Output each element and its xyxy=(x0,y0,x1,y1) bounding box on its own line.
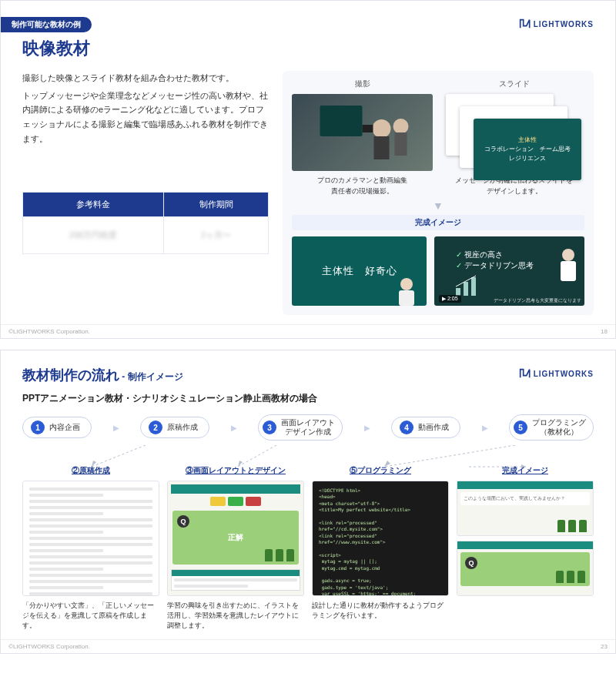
slide-title: 教材制作の流れ - 制作イメージ xyxy=(22,366,594,384)
flow-step-2: 2原稿作成 xyxy=(140,417,209,438)
flow-step-1: 1内容企画 xyxy=(22,417,92,438)
label-shooting: 撮影 xyxy=(292,79,433,89)
svg-rect-0 xyxy=(320,106,363,136)
brand-logo: LIGHTWORKS xyxy=(518,367,594,380)
detail-title-4: 完成イメージ xyxy=(457,465,594,476)
price-table: 参考料金 制作期間 200万円程度 2ヶ月〜 xyxy=(22,192,269,254)
q-badge-icon: Q xyxy=(465,557,477,569)
person-icon xyxy=(391,275,422,306)
flow-row: 1内容企画 ▶ 2原稿作成 ▶ 3画面レイアウト デザイン作成 ▶ 4動画作成 … xyxy=(22,414,594,441)
detail-thumb-code: <!DOCTYPE html> <head> <meta charset="ut… xyxy=(312,481,449,596)
flow-step-5: 5プログラミング （教材化） xyxy=(509,414,594,441)
detail-thumb-manuscript xyxy=(22,481,159,596)
svg-rect-2 xyxy=(374,136,390,159)
arrow-down-icon: ▼ xyxy=(292,199,584,212)
detail-caption-1: 「分かりやすい文書」、「正しいメッセージを伝える」を意識して原稿を作成します。 xyxy=(22,601,159,630)
page-number: 18 xyxy=(601,328,608,335)
person-icon xyxy=(555,247,581,281)
detail-title-1: ②原稿作成 xyxy=(22,465,159,476)
detail-title-2: ③画面レイアウトとデザイン xyxy=(167,465,304,476)
brand-logo: LIGHTWORKS xyxy=(518,18,594,30)
slide-2: LIGHTWORKS 教材制作の流れ - 制作イメージ PPTアニメーション教材… xyxy=(0,350,616,654)
complete-thumb-2: 視座の高さ データドリブン思考 ▶ 2:05 データドリブン思考も大変重要になり… xyxy=(434,236,584,306)
flow-step-3: 3画面レイアウト デザイン作成 xyxy=(258,414,343,441)
page-number: 23 xyxy=(601,643,608,650)
slide-title: 映像教材 xyxy=(22,37,594,60)
bar-chart-icon xyxy=(454,274,485,297)
svg-rect-7 xyxy=(399,290,414,306)
svg-point-6 xyxy=(400,278,413,290)
svg-rect-5 xyxy=(363,125,373,132)
slide-footer: ©LIGHTWORKS Corporation. 18 xyxy=(1,324,615,338)
detail-row: ②原稿作成 「分かりやすい文書」、「正しいメッセージを伝える」を意識して原稿を作… xyxy=(22,465,594,630)
chevron-right-icon: ▶ xyxy=(231,424,237,432)
label-slides: スライド xyxy=(444,79,584,89)
thumb-slides: D 主体性 コラボレーション チーム思考 レジリエンス xyxy=(444,94,584,171)
flow-step-4: 4動画作成 xyxy=(391,417,460,438)
svg-point-11 xyxy=(562,249,574,261)
complete-thumb-1: 主体性 好奇心 xyxy=(292,236,427,306)
thumb-shooting xyxy=(292,94,433,171)
q-badge-icon: Q xyxy=(177,515,189,528)
case-label: PPTアニメーション教材・シナリオシミュレーション静止画教材の場合 xyxy=(22,392,594,405)
chevron-right-icon: ▶ xyxy=(113,424,119,432)
detail-thumb-layout: Q 正解 xyxy=(167,481,304,596)
svg-rect-4 xyxy=(395,132,407,156)
slide-1: LIGHTWORKS 制作可能な教材の例 映像教材 撮影した映像とスライド教材を… xyxy=(0,0,616,339)
camera-crew-icon xyxy=(292,94,433,171)
chevron-right-icon: ▶ xyxy=(364,424,370,432)
description: 撮影した映像とスライド教材を組み合わせた教材です。 トップメッセージや企業理念な… xyxy=(22,71,269,146)
caption-shooting: プロのカメラマンと動画編集 責任者の現場撮影。 xyxy=(292,176,433,196)
detail-title-3: ⑤プログラミング xyxy=(312,465,449,476)
slide-footer: ©LIGHTWORKS Corporation. 23 xyxy=(1,639,615,653)
th-price: 参考料金 xyxy=(23,193,164,217)
visual-panel: 撮影 プロのカメラマンと動画編集 責任者の現場撮影。 スライ xyxy=(283,71,594,315)
svg-rect-10 xyxy=(471,277,476,296)
svg-point-3 xyxy=(393,119,409,134)
svg-rect-12 xyxy=(561,261,576,281)
logo-icon xyxy=(518,367,531,380)
svg-point-1 xyxy=(373,119,391,138)
td-price: 200万円程度 xyxy=(23,217,164,254)
detail-caption-3: 設計した通りに教材が動作するようプログラミングを行います。 xyxy=(312,601,449,621)
complete-label: 完成イメージ xyxy=(292,215,584,230)
logo-icon xyxy=(518,18,531,30)
detail-caption-2: 学習の興味を引き出すために、イラストを活用し、学習効果を意識したレイアウトに調整… xyxy=(167,601,304,630)
td-period: 2ヶ月〜 xyxy=(164,217,269,254)
th-period: 制作期間 xyxy=(164,193,269,217)
category-badge: 制作可能な教材の例 xyxy=(1,17,92,32)
svg-rect-9 xyxy=(464,282,468,296)
detail-thumb-final: このような場面において、実践してみませんか？ Q xyxy=(457,481,594,596)
chevron-right-icon: ▶ xyxy=(482,424,488,432)
